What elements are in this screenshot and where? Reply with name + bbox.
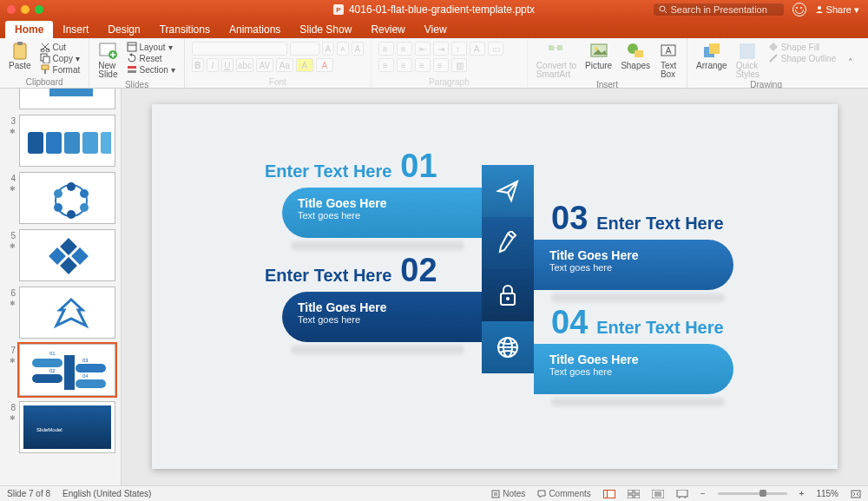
bullets-button[interactable]: ≡ — [378, 42, 394, 56]
bold-button[interactable]: B — [192, 58, 204, 72]
align-left[interactable]: ≡ — [378, 58, 394, 72]
zoom-percent[interactable]: 115% — [816, 489, 838, 498]
italic-button[interactable]: I — [207, 58, 219, 72]
quick-styles-button[interactable]: QuickStyles — [734, 42, 761, 79]
tab-transitions[interactable]: Transitions — [150, 21, 220, 38]
view-sorter[interactable] — [628, 490, 640, 498]
thumbnail-8[interactable]: 8✱ SlideModel — [5, 401, 115, 453]
format-painter-button[interactable]: Format — [38, 64, 82, 75]
thumbnail-5[interactable]: 5✱ — [5, 229, 115, 281]
svg-rect-15 — [128, 43, 136, 51]
zoom-out[interactable]: − — [700, 489, 706, 498]
close-window[interactable] — [7, 5, 16, 14]
arrange-button[interactable]: Arrange — [694, 42, 729, 70]
spine-icon-1 — [482, 165, 534, 217]
zoom-slider[interactable] — [718, 492, 787, 495]
spacing-button[interactable]: AV — [256, 58, 273, 72]
text-direction-button[interactable]: A — [470, 42, 485, 56]
thumbnail-4[interactable]: 4✱ — [5, 172, 115, 224]
svg-rect-6 — [17, 42, 23, 45]
feedback-icon[interactable] — [792, 3, 806, 16]
item-04-header: 04 Enter Text Here — [551, 304, 724, 341]
fit-to-window[interactable] — [851, 490, 861, 498]
tab-review[interactable]: Review — [361, 21, 414, 38]
smartart-button[interactable]: Convert toSmartArt — [535, 42, 578, 79]
reading-view-icon — [652, 490, 664, 498]
copy-button[interactable]: Copy ▾ — [38, 53, 82, 63]
thumbnail-3[interactable]: 3✱ — [5, 115, 115, 167]
layout-button[interactable]: Layout ▾ — [125, 42, 177, 52]
ribbon-collapse[interactable]: ˄ — [845, 38, 857, 88]
thumbnail-7[interactable]: 7✱ 01020304 — [5, 344, 115, 396]
font-size-select[interactable] — [290, 42, 319, 56]
powerpoint-icon: P — [333, 4, 344, 15]
align-text-button[interactable]: ▭ — [488, 42, 503, 56]
justify[interactable]: ≡ — [433, 58, 449, 72]
globe-icon — [496, 336, 519, 359]
indent-button[interactable]: ⇥ — [433, 42, 449, 56]
share-button[interactable]: Share ▾ — [815, 4, 859, 16]
shapes-icon — [626, 42, 645, 61]
svg-text:03: 03 — [82, 358, 89, 363]
view-slideshow[interactable] — [676, 490, 688, 498]
svg-text:A: A — [666, 46, 672, 56]
comments-button[interactable]: Comments — [537, 489, 590, 498]
reset-button[interactable]: Reset — [125, 53, 177, 63]
search-input[interactable]: Search in Presentation — [654, 3, 784, 16]
shapes-button[interactable]: Shapes — [619, 42, 652, 70]
notes-button[interactable]: Notes — [491, 489, 525, 498]
tab-slideshow[interactable]: Slide Show — [290, 21, 361, 38]
tab-home[interactable]: Home — [5, 21, 53, 38]
shape-outline-button[interactable]: Shape Outline — [766, 53, 838, 63]
shrink-font[interactable]: A — [337, 42, 349, 56]
pencil-icon — [497, 231, 518, 255]
language-indicator[interactable]: English (United States) — [62, 489, 151, 498]
zoom-in[interactable]: + — [799, 489, 805, 498]
svg-point-41 — [80, 189, 89, 198]
section-button[interactable]: Section ▾ — [125, 64, 177, 75]
font-color-button[interactable]: A — [316, 58, 333, 72]
picture-button[interactable]: Picture — [583, 42, 614, 70]
grow-font[interactable]: A — [322, 42, 334, 56]
textbox-button[interactable]: ATextBox — [657, 42, 680, 79]
view-normal[interactable] — [603, 490, 615, 498]
clear-format[interactable]: A — [352, 42, 364, 56]
outdent-button[interactable]: ⇤ — [415, 42, 431, 56]
slide-content[interactable]: Enter Text Here 01 Title Goes Here Text … — [152, 104, 838, 469]
clipboard-group-label: Clipboard — [7, 76, 82, 87]
thumbnail-2-partial[interactable]: ✱ — [5, 89, 115, 109]
shape-fill-button[interactable]: Shape Fill — [766, 42, 838, 52]
svg-rect-73 — [628, 495, 633, 498]
line-spacing-button[interactable]: ↕ — [451, 42, 467, 56]
svg-rect-46 — [60, 238, 77, 255]
columns-button[interactable]: ▥ — [451, 58, 467, 72]
ribbon: Paste Cut Copy ▾ Format Clipboard NewSli… — [0, 38, 868, 89]
svg-rect-29 — [709, 43, 720, 54]
svg-rect-51 — [32, 374, 62, 383]
titlebar: P 4016-01-flat-blue-gradient-template.pp… — [0, 0, 868, 19]
tab-view[interactable]: View — [415, 21, 457, 38]
reset-icon — [127, 53, 137, 63]
numbering-button[interactable]: ≡ — [397, 42, 412, 56]
case-button[interactable]: Aa — [276, 58, 293, 72]
align-right[interactable]: ≡ — [415, 58, 431, 72]
tab-animations[interactable]: Animations — [220, 21, 290, 38]
slide-canvas[interactable]: Enter Text Here 01 Title Goes Here Text … — [122, 89, 868, 485]
tab-insert[interactable]: Insert — [53, 21, 98, 38]
new-slide-button[interactable]: NewSlide — [96, 42, 119, 79]
svg-text:P: P — [336, 6, 341, 14]
svg-rect-79 — [677, 490, 687, 497]
thumbnail-6[interactable]: 6✱ — [5, 287, 115, 339]
paste-button[interactable]: Paste — [7, 42, 33, 70]
highlight-button[interactable]: A — [296, 58, 313, 72]
underline-button[interactable]: U — [221, 58, 233, 72]
zoom-window[interactable] — [35, 5, 43, 14]
align-center[interactable]: ≡ — [397, 58, 412, 72]
strike-button[interactable]: abc — [236, 58, 253, 72]
minimize-window[interactable] — [21, 5, 30, 14]
view-reading[interactable] — [652, 490, 664, 498]
cut-button[interactable]: Cut — [38, 42, 82, 52]
font-family-select[interactable] — [192, 42, 287, 56]
svg-point-42 — [80, 203, 89, 212]
tab-design[interactable]: Design — [98, 21, 149, 38]
